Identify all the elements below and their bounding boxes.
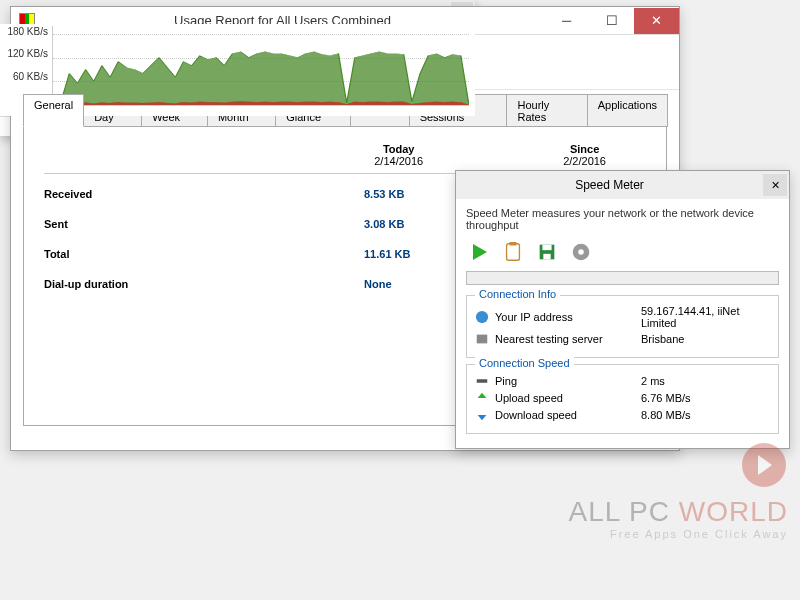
connection-info-title: Connection Info xyxy=(475,288,560,300)
y-tick: 120 KB/s xyxy=(7,48,48,59)
dialup-value: None xyxy=(364,278,392,290)
download-value: 8.80 MB/s xyxy=(641,409,770,421)
upload-label: Upload speed xyxy=(495,392,635,404)
server-label: Nearest testing server xyxy=(495,333,635,345)
svg-rect-13 xyxy=(477,335,488,344)
svg-point-12 xyxy=(476,311,488,323)
connection-info-group: Connection Info Your IP address 59.167.1… xyxy=(466,295,779,358)
connection-speed-group: Connection Speed Ping 2 ms Upload speed … xyxy=(466,364,779,434)
server-icon xyxy=(475,332,489,346)
clipboard-button[interactable] xyxy=(500,239,526,265)
today-header: Today xyxy=(374,143,423,155)
watermark: ALL PC WORLD Free Apps One Click Away xyxy=(569,441,788,540)
y-tick: 60 KB/s xyxy=(13,71,48,82)
received-label: Received xyxy=(44,188,284,200)
svg-rect-9 xyxy=(543,254,550,260)
upload-value: 6.76 MB/s xyxy=(641,392,770,404)
sent-value: 3.08 KB xyxy=(364,218,404,230)
ip-value: 59.167.144.41, iiNet Limited xyxy=(641,305,770,329)
connection-speed-title: Connection Speed xyxy=(475,357,574,369)
svg-rect-6 xyxy=(507,244,520,261)
server-value: Brisbane xyxy=(641,333,770,345)
minimize-button[interactable]: ─ xyxy=(544,8,589,34)
svg-point-11 xyxy=(578,249,584,255)
total-value: 11.61 KB xyxy=(364,248,410,260)
svg-rect-8 xyxy=(542,245,551,251)
play-button[interactable] xyxy=(466,239,492,265)
tab-hourly[interactable]: Hourly Rates xyxy=(506,94,587,127)
settings-button[interactable] xyxy=(568,239,594,265)
today-date: 2/14/2016 xyxy=(374,155,423,167)
y-tick: 180 KB/s xyxy=(7,26,48,37)
download-label: Download speed xyxy=(495,409,635,421)
ip-label: Your IP address xyxy=(495,311,635,323)
ping-label: Ping xyxy=(495,375,635,387)
maximize-button[interactable]: ☐ xyxy=(589,8,634,34)
svg-rect-14 xyxy=(477,379,488,383)
since-header: Since xyxy=(563,143,606,155)
speed-close-button[interactable]: ✕ xyxy=(763,174,787,196)
tab-general[interactable]: General xyxy=(23,94,84,127)
total-label: Total xyxy=(44,248,284,260)
sent-label: Sent xyxy=(44,218,284,230)
chart-svg xyxy=(53,26,469,105)
save-button[interactable] xyxy=(534,239,560,265)
received-value: 8.53 KB xyxy=(364,188,404,200)
chart-plot xyxy=(52,26,469,106)
speed-title: Speed Meter xyxy=(456,178,763,192)
close-button[interactable]: ✕ xyxy=(634,8,679,34)
globe-icon xyxy=(475,310,489,324)
since-date: 2/2/2016 xyxy=(563,155,606,167)
upload-icon xyxy=(475,391,489,405)
progress-bar xyxy=(466,271,779,285)
dialup-label: Dial-up duration xyxy=(44,278,284,290)
ping-icon xyxy=(475,374,489,388)
download-icon xyxy=(475,408,489,422)
svg-rect-7 xyxy=(509,242,516,246)
ping-value: 2 ms xyxy=(641,375,770,387)
speed-meter-window: Speed Meter ✕ Speed Meter measures your … xyxy=(455,170,790,449)
speed-titlebar[interactable]: Speed Meter ✕ xyxy=(456,171,789,199)
speed-description: Speed Meter measures your network or the… xyxy=(466,207,779,231)
tab-applications[interactable]: Applications xyxy=(587,94,668,127)
svg-point-15 xyxy=(742,443,786,487)
